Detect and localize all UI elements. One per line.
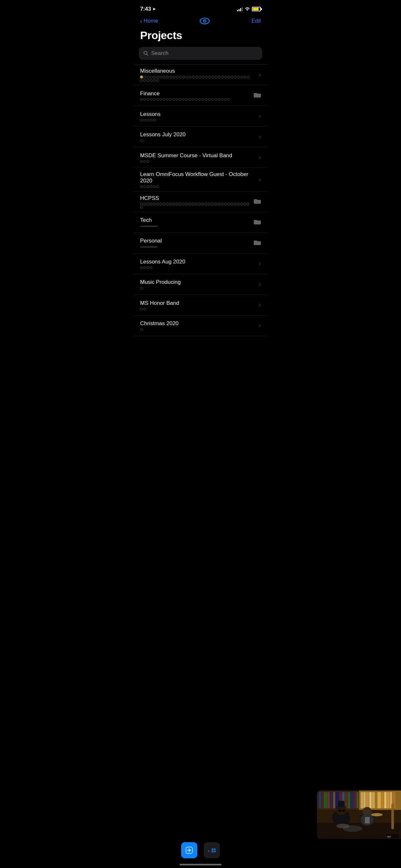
progress-dots (140, 75, 250, 82)
dot (144, 76, 146, 79)
folder-icon (254, 219, 261, 226)
list-item[interactable]: Personal ›››››››››››››››››››››››››››››››… (134, 233, 267, 253)
dot (208, 76, 211, 79)
dot (163, 203, 165, 206)
folder-icon (254, 92, 261, 99)
list-item[interactable]: Lessons Aug 2020 › (134, 253, 267, 274)
progress-dots (140, 160, 250, 163)
dot (140, 139, 143, 142)
dot (157, 76, 159, 79)
eye-icon[interactable] (199, 18, 210, 25)
dot (221, 98, 223, 101)
list-item[interactable]: HCPSS (134, 191, 267, 212)
progress-dots (140, 98, 250, 101)
list-item-content: Finance (140, 90, 251, 101)
list-item-content: Learn OmniFocus Workflow Guest - October… (140, 171, 256, 188)
list-item[interactable]: Lessons › (134, 106, 267, 127)
list-item[interactable]: Lessons July 2020 › (134, 127, 267, 147)
dot (166, 203, 168, 206)
dot (153, 79, 156, 82)
list-item[interactable]: MSDE Summer Course - Virtual Band › (134, 147, 267, 168)
list-item[interactable]: Finance (134, 85, 267, 106)
dot (153, 98, 156, 101)
dot (182, 203, 185, 206)
status-bar: 7:43 ➤ (134, 0, 267, 16)
dot (169, 203, 172, 206)
dot (160, 76, 162, 79)
dot (189, 76, 191, 79)
dot (198, 76, 201, 79)
dot (150, 203, 152, 206)
progress-dots (140, 267, 250, 269)
dot (156, 79, 159, 82)
add-project-button[interactable]: + (204, 842, 220, 858)
list-item-content: HCPSS (140, 195, 251, 209)
chevron-right-icon: › (259, 133, 261, 140)
dot (218, 76, 220, 79)
list-item[interactable]: Learn OmniFocus Workflow Guest - October… (134, 168, 267, 191)
add-grid-icon: + (208, 847, 216, 854)
dot (224, 76, 227, 79)
project-title: Lessons (140, 111, 256, 118)
status-icons (237, 6, 261, 11)
list-item[interactable]: MS Honor Band › (134, 295, 267, 315)
add-item-button[interactable] (181, 842, 197, 858)
dot (237, 76, 240, 79)
dot (227, 203, 230, 206)
project-title: Tech (140, 217, 251, 223)
signal-bar-3 (240, 8, 241, 11)
dot (195, 76, 198, 79)
dot (215, 76, 217, 79)
dot (212, 76, 214, 79)
back-button[interactable]: ‹ Home (140, 18, 158, 24)
back-chevron-icon: ‹ (140, 18, 143, 24)
dot (176, 98, 178, 101)
edit-button[interactable]: Edit (251, 18, 261, 24)
dot (182, 98, 185, 101)
list-item[interactable]: Tech ›››››››››››››››››››››››››››››››››››… (134, 212, 267, 233)
dot (224, 98, 227, 101)
list-item-content: Lessons (140, 111, 256, 121)
search-bar[interactable]: Search (139, 47, 262, 60)
progress-dots: ›››››››››››››››››››››››››››››››››››››››› (140, 225, 250, 228)
dot (221, 203, 223, 206)
chevron-right-icon: › (259, 154, 261, 161)
dot (185, 203, 188, 206)
dot (202, 76, 204, 79)
dot (169, 76, 172, 79)
dot (244, 76, 246, 79)
project-title: MS Honor Band (140, 300, 256, 306)
nav-bar: ‹ Home Edit (134, 16, 267, 28)
dot (156, 98, 159, 101)
add-icon (186, 847, 193, 854)
dot (214, 98, 217, 101)
svg-text:+: + (208, 849, 210, 854)
list-item[interactable]: Christmas 2020 › (134, 315, 267, 336)
project-title: Learn OmniFocus Workflow Guest - October… (140, 171, 256, 184)
chevron-right-icon: › (259, 322, 261, 329)
project-title: Miscellaneous (140, 68, 256, 74)
dot (140, 119, 143, 121)
dot (179, 98, 181, 101)
project-list: Miscellaneous (134, 65, 267, 368)
dot (143, 308, 146, 310)
dot (166, 98, 168, 101)
dot (234, 76, 237, 79)
dot (189, 203, 191, 206)
dot (221, 76, 224, 79)
chevron-right-icon: › (259, 71, 261, 78)
dot (147, 76, 150, 79)
dot (153, 185, 156, 188)
dot (198, 98, 201, 101)
project-title: HCPSS (140, 195, 251, 202)
dot (159, 203, 162, 206)
dot (202, 203, 204, 206)
signal-bar-1 (237, 10, 238, 11)
svg-point-59 (214, 850, 216, 852)
dot (198, 203, 201, 206)
chevron-right-icon: › (259, 281, 261, 288)
dot (153, 119, 156, 121)
list-item[interactable]: Miscellaneous (134, 65, 267, 85)
dot (234, 203, 236, 206)
list-item[interactable]: Music Producing › (134, 274, 267, 295)
